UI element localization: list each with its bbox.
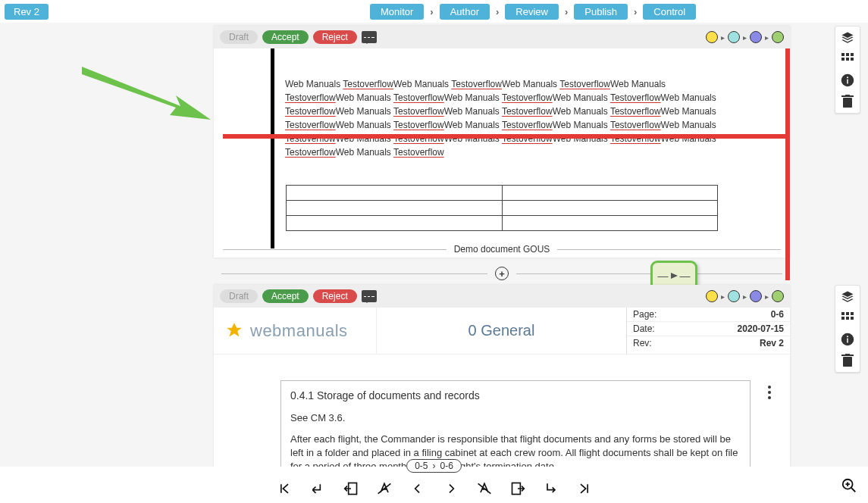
- page-meta: Page:0-6 Date:2020-07-15 Rev:Rev 2: [626, 308, 790, 354]
- status-dot-blue[interactable]: [750, 290, 762, 302]
- change-bar: [785, 48, 790, 280]
- add-page-button[interactable]: +: [495, 267, 509, 280]
- svg-rect-10: [843, 98, 852, 108]
- chevron-right-icon: ›: [496, 6, 499, 17]
- bottom-nav: 0-5 › 0-6: [0, 467, 868, 503]
- info-icon[interactable]: [841, 73, 854, 87]
- margin-bar: [271, 48, 274, 248]
- exit-left-button[interactable]: [343, 480, 359, 497]
- svg-rect-20: [847, 339, 848, 343]
- draft-pill[interactable]: Draft: [220, 289, 258, 303]
- chevron-right-icon: ▸: [765, 292, 769, 301]
- first-page-button[interactable]: [276, 480, 293, 497]
- comment-icon[interactable]: [362, 290, 377, 302]
- wf-monitor[interactable]: Monitor: [370, 4, 424, 20]
- page-indicator[interactable]: 0-5 › 0-6: [406, 459, 462, 473]
- layers-icon[interactable]: [841, 290, 854, 304]
- svg-point-21: [847, 336, 848, 337]
- workflow-steps: Monitor › Author › Review › Publish › Co…: [370, 4, 696, 20]
- next-button[interactable]: [443, 480, 459, 497]
- status-dots: ▸ ▸ ▸: [706, 31, 784, 43]
- top-bar: Rev 2 Monitor › Author › Review › Publis…: [0, 0, 868, 23]
- add-page-divider: +: [214, 262, 790, 285]
- status-dot-yellow[interactable]: [706, 290, 718, 302]
- svg-rect-22: [843, 357, 852, 367]
- document-header: webmanuals 0 General Page:0-6 Date:2020-…: [214, 308, 790, 355]
- chevron-right-icon: ›: [433, 461, 436, 471]
- chevron-right-icon: ▸: [765, 33, 769, 42]
- accept-button[interactable]: Accept: [262, 30, 309, 44]
- svg-rect-5: [846, 58, 849, 61]
- status-dot-blue[interactable]: [750, 31, 762, 43]
- meta-date-value: 2020-07-15: [738, 323, 784, 334]
- svg-rect-2: [846, 53, 849, 56]
- draft-pill[interactable]: Draft: [220, 30, 258, 44]
- meta-rev-value: Rev 2: [760, 338, 784, 348]
- grid-icon[interactable]: [841, 52, 854, 66]
- empty-table: [286, 185, 718, 231]
- meta-page-value: 0-6: [771, 309, 784, 320]
- revision-badge[interactable]: Rev 2: [5, 4, 49, 20]
- grid-icon[interactable]: [841, 311, 854, 325]
- wf-author[interactable]: Author: [440, 4, 490, 20]
- status-dots: ▸ ▸ ▸: [706, 290, 784, 302]
- zoom-in-button[interactable]: [841, 477, 857, 494]
- svg-rect-18: [851, 317, 854, 320]
- status-dot-cyan[interactable]: [728, 290, 740, 302]
- chevron-right-icon: ›: [565, 6, 568, 17]
- chevron-right-icon: ▸: [743, 292, 747, 301]
- status-dot-green[interactable]: [772, 290, 784, 302]
- svg-rect-8: [847, 80, 848, 84]
- accept-button[interactable]: Accept: [262, 289, 309, 303]
- prev-button[interactable]: [409, 480, 426, 497]
- svg-rect-24: [845, 354, 850, 355]
- strike-a-right-button[interactable]: [476, 480, 493, 497]
- chevron-right-icon: ›: [430, 6, 433, 17]
- section-title: 0 General: [377, 308, 626, 354]
- svg-rect-16: [841, 317, 844, 320]
- meta-date-label: Date:: [633, 323, 655, 334]
- meta-rev-label: Rev:: [633, 338, 652, 348]
- chevron-right-icon: ›: [634, 6, 637, 17]
- annotation-arrow: [82, 67, 211, 120]
- reject-button[interactable]: Reject: [313, 289, 357, 303]
- last-page-button[interactable]: [576, 480, 593, 497]
- svg-rect-15: [851, 312, 854, 315]
- wf-control[interactable]: Control: [643, 4, 696, 20]
- svg-rect-17: [846, 317, 849, 320]
- wf-publish[interactable]: Publish: [574, 4, 628, 20]
- document-pane-upper: Draft Accept Reject ▸ ▸ ▸ Web Manuals Te…: [214, 26, 790, 258]
- chevron-right-icon: ▸: [721, 33, 725, 42]
- status-dot-cyan[interactable]: [728, 31, 740, 43]
- overflow-strike: [223, 134, 790, 139]
- flag-icon: [671, 273, 678, 279]
- info-icon[interactable]: [841, 333, 854, 346]
- brand: webmanuals: [214, 308, 377, 354]
- wf-review[interactable]: Review: [505, 4, 559, 20]
- status-dot-yellow[interactable]: [706, 31, 718, 43]
- pane-action-strip: [835, 26, 860, 114]
- return-button[interactable]: [309, 480, 326, 497]
- svg-rect-1: [841, 53, 844, 56]
- svg-rect-12: [845, 95, 850, 96]
- strike-a-left-button[interactable]: [376, 480, 393, 497]
- svg-rect-3: [851, 53, 854, 56]
- pane-action-strip: [835, 285, 860, 373]
- svg-rect-14: [846, 312, 849, 315]
- trash-icon[interactable]: [841, 95, 854, 108]
- status-dot-green[interactable]: [772, 31, 784, 43]
- trash-icon[interactable]: [841, 354, 854, 367]
- reject-button[interactable]: Reject: [313, 30, 357, 44]
- chevron-right-icon: ▸: [743, 33, 747, 42]
- brand-logo-icon: [224, 321, 244, 341]
- kebab-icon[interactable]: [768, 386, 771, 399]
- comment-icon[interactable]: [362, 31, 377, 43]
- svg-point-9: [847, 77, 848, 78]
- chevron-right-icon: ▸: [721, 292, 725, 301]
- content-paragraph: See CM 3.6.: [290, 411, 741, 425]
- sub-return-button[interactable]: [543, 480, 559, 497]
- document-pane-lower: Draft Accept Reject ▸ ▸ ▸ web: [214, 285, 790, 467]
- layers-icon[interactable]: [841, 31, 854, 45]
- page-footer: Demo document GOUS: [454, 244, 550, 255]
- exit-right-button[interactable]: [509, 480, 526, 497]
